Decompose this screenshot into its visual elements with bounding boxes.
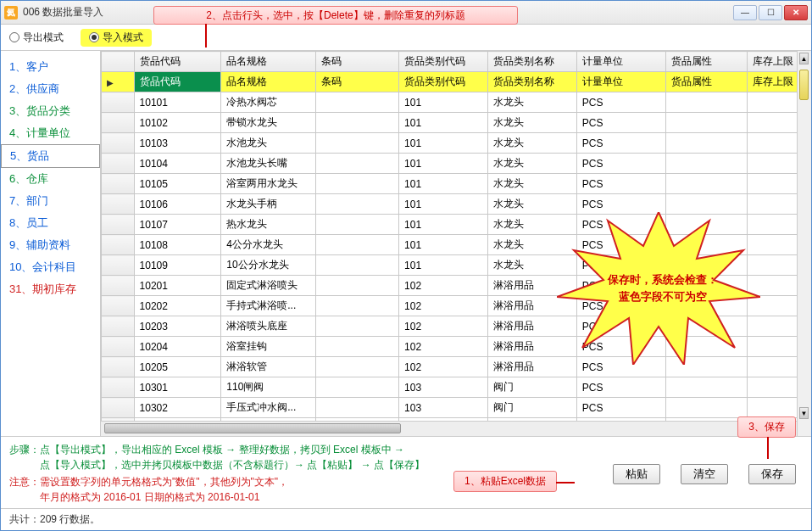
radio-import-mode[interactable]: 导入模式	[81, 29, 152, 47]
cell[interactable]: 手持式淋浴喷...	[221, 296, 315, 316]
column-header[interactable]: 货品类别名称	[487, 52, 576, 72]
cell[interactable]: 102	[399, 357, 488, 377]
cell[interactable]	[665, 113, 747, 133]
cell[interactable]: 101	[399, 92, 488, 113]
sidebar-item-5[interactable]: 6、仓库	[1, 168, 100, 190]
cell[interactable]: PCS	[576, 398, 665, 418]
cell[interactable]: PCS	[576, 276, 665, 296]
cell[interactable]: 102	[399, 276, 488, 296]
cell[interactable]: 10202	[134, 296, 221, 316]
cell[interactable]: 101	[399, 113, 488, 133]
cell[interactable]	[315, 357, 398, 377]
cell[interactable]: PCS	[576, 377, 665, 398]
scroll-down-icon[interactable]: ▼	[799, 407, 809, 419]
table-row-header-duplicate[interactable]: ▶货品代码品名规格条码货品类别代码货品类别名称计量单位货品属性库存上限	[102, 72, 811, 92]
cell[interactable]: PCS	[576, 154, 665, 174]
row-header[interactable]	[102, 133, 135, 154]
cell[interactable]: 手压式冲水阀...	[221, 398, 315, 418]
cell[interactable]: 102	[399, 337, 488, 357]
cell[interactable]: 102	[399, 296, 488, 316]
cell[interactable]: 10102	[134, 113, 221, 133]
cell[interactable]: PCS	[576, 174, 665, 194]
cell[interactable]: 品名规格	[221, 72, 315, 92]
cell[interactable]	[315, 194, 398, 215]
cell[interactable]: 货品类别代码	[399, 72, 488, 92]
cell[interactable]: 10106	[134, 194, 221, 215]
table-row[interactable]: 10302手压式冲水阀...103阀门PCS	[102, 398, 811, 418]
cell[interactable]: 水龙头	[487, 113, 576, 133]
cell[interactable]: 101	[399, 235, 488, 255]
sidebar-item-8[interactable]: 9、辅助资料	[1, 234, 100, 256]
cell[interactable]: 水龙头	[487, 154, 576, 174]
cell[interactable]	[315, 92, 398, 113]
cell[interactable]: 10104	[134, 154, 221, 174]
sidebar-item-4[interactable]: 5、货品	[1, 144, 100, 168]
minimize-button[interactable]: —	[733, 5, 757, 20]
cell[interactable]: 货品代码	[134, 72, 221, 92]
sidebar-item-6[interactable]: 7、部门	[1, 190, 100, 212]
cell[interactable]	[315, 154, 398, 174]
row-header[interactable]	[102, 174, 135, 194]
cell[interactable]	[315, 377, 398, 398]
cell[interactable]	[315, 316, 398, 337]
table-row[interactable]: 101084公分水龙头101水龙头PCS	[102, 235, 811, 255]
cell[interactable]: 101	[399, 194, 488, 215]
cell[interactable]	[665, 337, 747, 357]
cell[interactable]: PCS	[576, 92, 665, 113]
cell[interactable]: 水龙头	[487, 255, 576, 276]
sidebar-item-7[interactable]: 8、员工	[1, 212, 100, 234]
maximize-button[interactable]: ☐	[759, 5, 782, 20]
sidebar-item-0[interactable]: 1、客户	[1, 56, 100, 78]
cell[interactable]: 10105	[134, 174, 221, 194]
cell[interactable]	[665, 174, 747, 194]
cell[interactable]: PCS	[576, 357, 665, 377]
cell[interactable]: 条码	[315, 72, 398, 92]
table-row[interactable]: 10101冷热水阀芯101水龙头PCS	[102, 92, 811, 113]
cell[interactable]	[665, 255, 747, 276]
row-header[interactable]	[102, 235, 135, 255]
cell[interactable]: 货品属性	[665, 72, 747, 92]
table-row[interactable]: 10202手持式淋浴喷...102淋浴用品PCS	[102, 296, 811, 316]
cell[interactable]: 阀门	[487, 377, 576, 398]
cell[interactable]: 102	[399, 316, 488, 337]
row-header[interactable]	[102, 377, 135, 398]
cell[interactable]	[315, 255, 398, 276]
row-header[interactable]	[102, 255, 135, 276]
cell[interactable]: 淋浴用品	[487, 357, 576, 377]
row-header[interactable]	[102, 194, 135, 215]
cell[interactable]: 浴室挂钩	[221, 337, 315, 357]
table-row[interactable]: 1010910公分水龙头101水龙头PCS	[102, 255, 811, 276]
cell[interactable]: 带锁水龙头	[221, 113, 315, 133]
sidebar-item-1[interactable]: 2、供应商	[1, 78, 100, 100]
vertical-scrollbar[interactable]: ▲ ▼	[797, 51, 811, 436]
cell[interactable]: 计量单位	[576, 72, 665, 92]
cell[interactable]: 101	[399, 174, 488, 194]
cell[interactable]: 103	[399, 377, 488, 398]
cell[interactable]: 10101	[134, 92, 221, 113]
cell[interactable]: 110闸阀	[221, 377, 315, 398]
row-header[interactable]	[102, 296, 135, 316]
row-header[interactable]	[102, 316, 135, 337]
cell[interactable]	[315, 296, 398, 316]
cell[interactable]: PCS	[576, 235, 665, 255]
table-row[interactable]: 10102带锁水龙头101水龙头PCS	[102, 113, 811, 133]
scroll-up-icon[interactable]: ▲	[799, 53, 809, 64]
cell[interactable]: 淋浴软管	[221, 357, 315, 377]
cell[interactable]	[665, 377, 747, 398]
cell[interactable]: 淋浴用品	[487, 276, 576, 296]
radio-export-mode[interactable]: 导出模式	[9, 31, 64, 45]
row-header[interactable]	[102, 215, 135, 235]
cell[interactable]: 10301	[134, 377, 221, 398]
cell[interactable]: 10108	[134, 235, 221, 255]
cell[interactable]: 淋浴用品	[487, 337, 576, 357]
data-table[interactable]: 货品代码品名规格条码货品类别代码货品类别名称计量单位货品属性库存上限 ▶货品代码…	[101, 51, 811, 421]
cell[interactable]: PCS	[576, 113, 665, 133]
cell[interactable]: 货品类别名称	[487, 72, 576, 92]
table-row[interactable]: 10104水池龙头长嘴101水龙头PCS	[102, 154, 811, 174]
column-header[interactable]: 货品属性	[665, 52, 747, 72]
cell[interactable]: 101	[399, 215, 488, 235]
cell[interactable]: 水龙头	[487, 194, 576, 215]
cell[interactable]	[665, 154, 747, 174]
cell[interactable]: PCS	[576, 194, 665, 215]
cell[interactable]: 阀门	[487, 398, 576, 418]
